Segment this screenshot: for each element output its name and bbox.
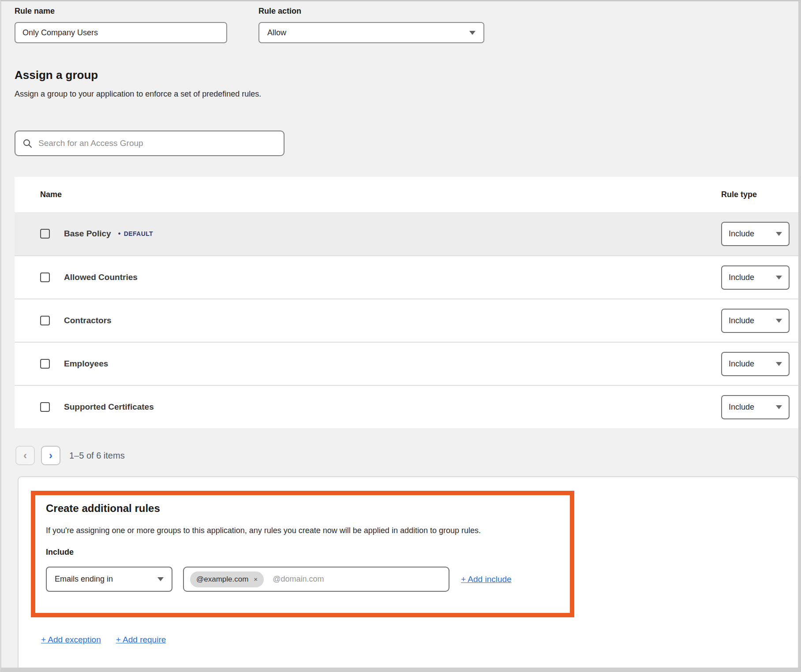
rule-type-select[interactable]: Include (721, 352, 790, 376)
row-name: Supported Certificates (64, 402, 154, 412)
badge-bullet-icon: • (118, 230, 121, 238)
rule-type-value: Include (729, 229, 754, 239)
orange-highlight-box: Create additional rules If you're assign… (31, 491, 574, 617)
email-domain-input[interactable] (273, 575, 442, 584)
additional-rules-card: Create additional rules If you're assign… (18, 476, 799, 672)
rule-action-select[interactable]: Allow (258, 22, 484, 43)
rule-criteria-select[interactable]: Emails ending in (46, 567, 172, 592)
rule-action-value: Allow (267, 28, 286, 37)
row-checkbox[interactable] (40, 273, 50, 282)
add-exception-link[interactable]: + Add exception (41, 635, 101, 645)
additional-rules-description: If you're assigning one or more groups t… (46, 526, 559, 535)
table-row-supported-certificates: Supported Certificates Include (15, 385, 799, 428)
row-name: Base Policy (64, 229, 111, 239)
rule-action-field: Rule action Allow (258, 7, 484, 43)
add-include-link[interactable]: + Add include (461, 575, 512, 584)
rule-name-input[interactable] (15, 23, 226, 42)
chevron-down-icon (776, 319, 782, 323)
chevron-down-icon (776, 405, 782, 409)
previous-page-button[interactable]: ‹ (15, 446, 35, 465)
row-checkbox[interactable] (40, 229, 50, 239)
search-icon (22, 138, 32, 148)
row-checkbox[interactable] (40, 316, 50, 325)
table-row-base-policy: Base Policy • DEFAULT Include (15, 212, 799, 255)
rule-name-input-box (15, 22, 227, 43)
next-page-button[interactable]: › (41, 446, 60, 465)
include-section-label: Include (46, 548, 559, 557)
table-header-row: Name Rule type (15, 177, 799, 212)
search-input[interactable] (38, 131, 277, 155)
rule-action-label: Rule action (258, 7, 484, 16)
add-require-link[interactable]: + Add require (116, 635, 166, 645)
rule-type-select[interactable]: Include (721, 309, 790, 333)
table-row-employees: Employees Include (15, 342, 799, 385)
email-domains-input-box: @example.com × (183, 567, 449, 592)
assign-group-heading: Assign a group (15, 68, 98, 82)
chevron-down-icon (776, 276, 782, 280)
access-group-search-box (15, 131, 284, 156)
chevron-down-icon (469, 31, 475, 35)
remove-tag-icon[interactable]: × (254, 576, 258, 582)
row-name: Allowed Countries (64, 273, 138, 282)
assign-group-description: Assign a group to your application to en… (15, 90, 261, 99)
table-row-contractors: Contractors Include (15, 299, 799, 342)
include-rule-controls: Emails ending in @example.com × + Add in… (46, 567, 559, 592)
rule-type-select[interactable]: Include (721, 395, 790, 419)
pagination: ‹ › 1–5 of 6 items (15, 446, 125, 465)
rule-type-value: Include (729, 273, 754, 282)
default-badge: • DEFAULT (118, 230, 153, 238)
rule-type-value: Include (729, 403, 754, 412)
column-header-name: Name (15, 190, 62, 199)
tag-label: @example.com (196, 575, 248, 584)
table-row-allowed-countries: Allowed Countries Include (15, 255, 799, 299)
rule-type-select[interactable]: Include (721, 222, 790, 246)
email-domain-tag: @example.com × (190, 571, 264, 587)
chevron-left-icon: ‹ (23, 450, 27, 461)
column-header-rule-type: Rule type (721, 190, 799, 199)
rule-name-label: Rule name (15, 7, 227, 16)
chevron-down-icon (776, 362, 782, 366)
chevron-down-icon (157, 577, 164, 581)
access-rule-config-page: Rule name Rule action Allow Assign a gro… (0, 0, 801, 672)
additional-rules-heading: Create additional rules (46, 502, 559, 515)
row-name: Employees (64, 359, 108, 369)
row-name: Contractors (64, 316, 112, 325)
row-checkbox[interactable] (40, 402, 50, 412)
rule-type-select[interactable]: Include (721, 265, 790, 290)
chevron-right-icon: › (49, 450, 52, 461)
rule-criteria-value: Emails ending in (55, 575, 113, 584)
pagination-status: 1–5 of 6 items (69, 451, 125, 461)
rule-type-value: Include (729, 316, 754, 325)
rule-type-value: Include (729, 359, 754, 369)
chevron-down-icon (776, 232, 782, 236)
access-groups-table: Name Rule type Base Policy • DEFAULT Inc… (15, 177, 799, 428)
rule-footer-links: + Add exception + Add require (41, 635, 166, 645)
row-checkbox[interactable] (40, 359, 50, 369)
default-badge-label: DEFAULT (124, 230, 153, 237)
rule-name-field: Rule name (15, 7, 227, 43)
